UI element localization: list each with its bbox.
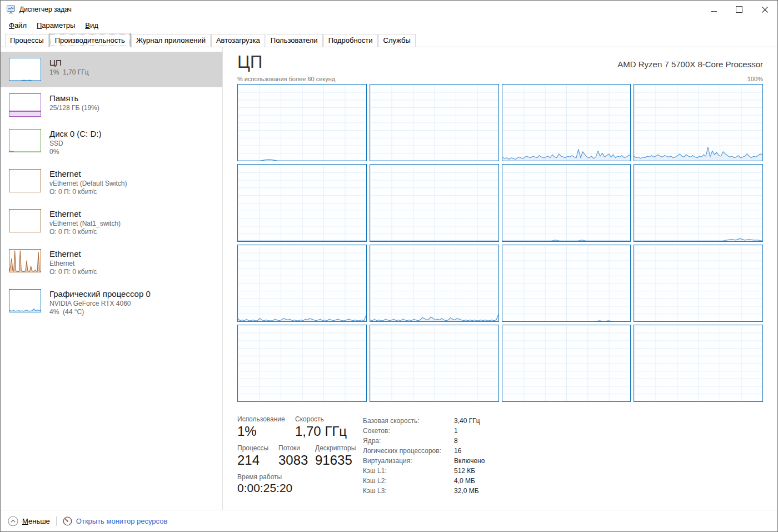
axis-label-left: % использования более 60 секунд	[237, 76, 335, 82]
sidebar-item-memory[interactable]: Память 25/128 ГБ (19%)	[1, 87, 222, 123]
tab-processes[interactable]: Процессы	[5, 34, 49, 47]
sidebar-item-title: Графический процессор 0	[49, 289, 151, 300]
window-title: Диспетчер задач	[19, 6, 72, 13]
content: ЦП 1% 1,70 ГГц Память 25/128 ГБ (19%) Ди…	[1, 47, 777, 510]
sockets-label: Сокетов:	[363, 427, 453, 435]
sidebar-item-stats: vEthernet (Default Switch)	[49, 180, 127, 188]
l3-cache-value: 32,0 МБ	[454, 487, 485, 495]
sidebar-item-disk0[interactable]: Диск 0 (C: D:) SSD 0%	[1, 123, 222, 163]
sidebar-item-stats2: О: 0 П: 0 кбит/с	[49, 268, 97, 277]
window-controls	[701, 1, 777, 18]
sidebar-item-gpu0[interactable]: Графический процессор 0 NVIDIA GeForce R…	[1, 283, 222, 323]
minimize-icon	[711, 11, 717, 12]
base-speed-label: Базовая скорость:	[363, 417, 453, 425]
cpu-core-graph-4[interactable]	[237, 164, 367, 241]
tab-startup[interactable]: Автозагрузка	[211, 34, 265, 47]
speed-value: 1,70 ГГц	[295, 424, 347, 439]
cpu-stats-static: Базовая скорость:3,40 ГГц Сокетов:1 Ядра…	[363, 415, 485, 500]
footer-separator	[56, 516, 57, 526]
cpu-core-graph-1[interactable]	[370, 84, 499, 161]
cpu-core-graph-8[interactable]	[237, 245, 367, 322]
sockets-value: 1	[454, 427, 485, 435]
processes-value: 214	[237, 453, 278, 468]
memory-thumbnail	[9, 93, 41, 117]
sidebar-item-stats: 25/128 ГБ (19%)	[49, 104, 99, 113]
sidebar-item-stats: Ethernet	[49, 260, 97, 269]
cpu-core-graph-2[interactable]	[502, 84, 631, 161]
handles-label: Дескрипторы	[315, 444, 356, 452]
cpu-stats-dynamic: Использование 1% Скорость 1,70 ГГц Проце…	[237, 415, 363, 500]
virtualization-value: Включено	[454, 457, 485, 465]
cpu-thumbnail	[9, 58, 41, 81]
sidebar-item-stats: 1% 1,70 ГГц	[49, 68, 89, 77]
handles-value: 91635	[315, 453, 356, 468]
logical-processors-label: Логических процессоров:	[363, 447, 453, 455]
usage-label: Использование	[237, 415, 295, 423]
ethernet-thumbnail	[9, 169, 41, 192]
resource-monitor-icon	[63, 516, 72, 526]
minimize-button[interactable]	[701, 1, 726, 18]
tab-app-history[interactable]: Журнал приложений	[131, 34, 211, 47]
sidebar-item-ethernet[interactable]: Ethernet Ethernet О: 0 П: 0 кбит/с	[1, 243, 222, 283]
virtualization-label: Виртуализация:	[363, 457, 453, 465]
sidebar-item-stats: vEthernet (Nat1_switch)	[49, 220, 121, 228]
threads-value: 3083	[278, 453, 315, 468]
open-resource-monitor-link[interactable]: Открыть монитор ресурсов	[63, 516, 167, 526]
cpu-core-graph-7[interactable]	[634, 164, 763, 241]
sidebar-item-stats2: 4% (44 °C)	[49, 308, 151, 317]
close-icon	[762, 7, 768, 13]
app-icon	[6, 5, 16, 14]
sidebar-item-title: Диск 0 (C: D:)	[49, 129, 101, 140]
menu-file[interactable]: Файл	[4, 19, 32, 31]
logical-processors-grid	[237, 84, 763, 402]
sidebar-item-ethernet-nat1-switch[interactable]: Ethernet vEthernet (Nat1_switch) О: 0 П:…	[1, 203, 222, 243]
axis-label-right: 100%	[747, 76, 763, 82]
tab-performance[interactable]: Производительность	[49, 33, 131, 47]
sidebar-item-cpu[interactable]: ЦП 1% 1,70 ГГц	[1, 52, 222, 87]
maximize-button[interactable]	[726, 1, 752, 18]
sidebar-item-title: Ethernet	[49, 169, 127, 180]
cpu-core-graph-6[interactable]	[502, 164, 631, 241]
speed-label: Скорость	[295, 415, 347, 423]
ethernet-thumbnail	[9, 249, 41, 272]
cpu-core-graph-15[interactable]	[634, 325, 763, 402]
cpu-core-graph-13[interactable]	[370, 325, 499, 402]
sidebar-item-ethernet-default-switch[interactable]: Ethernet vEthernet (Default Switch) О: 0…	[1, 163, 222, 203]
cpu-detail-pane: ЦП AMD Ryzen 7 5700X 8-Core Processor % …	[223, 47, 777, 510]
task-manager-window: Диспетчер задач Файл Параметры Вид Проце…	[0, 0, 778, 532]
cpu-core-graph-11[interactable]	[634, 245, 763, 322]
tab-services[interactable]: Службы	[378, 34, 416, 47]
axis-labels: % использования более 60 секунд 100%	[237, 76, 763, 82]
l1-cache-value: 512 КБ	[454, 467, 485, 475]
cpu-core-graph-9[interactable]	[370, 245, 499, 322]
cpu-core-graph-14[interactable]	[502, 325, 631, 402]
performance-sidebar: ЦП 1% 1,70 ГГц Память 25/128 ГБ (19%) Ди…	[1, 47, 223, 510]
footer: Меньше Открыть монитор ресурсов	[1, 510, 777, 531]
menu-view[interactable]: Вид	[80, 19, 103, 31]
l2-cache-label: Кэш L2:	[363, 477, 453, 485]
logical-processors-value: 16	[454, 447, 485, 455]
usage-value: 1%	[237, 424, 295, 439]
cpu-core-graph-12[interactable]	[237, 325, 367, 402]
cpu-core-graph-5[interactable]	[370, 164, 499, 241]
cpu-core-graph-0[interactable]	[237, 84, 367, 161]
cpu-core-graph-3[interactable]	[634, 84, 763, 161]
memory-used-band	[9, 111, 41, 116]
cpu-core-graph-10[interactable]	[502, 245, 631, 322]
titlebar: Диспетчер задач	[1, 1, 777, 18]
fewer-details-button[interactable]: Меньше	[8, 516, 50, 526]
sidebar-item-title: Ethernet	[49, 249, 97, 260]
close-button[interactable]	[752, 1, 777, 18]
cores-value: 8	[454, 437, 485, 445]
tab-users[interactable]: Пользователи	[266, 34, 323, 47]
sidebar-item-stats: SSD	[49, 140, 101, 148]
uptime-label: Время работы	[237, 473, 292, 481]
processes-label: Процессы	[237, 444, 278, 452]
cpu-stats: Использование 1% Скорость 1,70 ГГц Проце…	[237, 415, 763, 500]
threads-label: Потоки	[278, 444, 315, 452]
menu-options[interactable]: Параметры	[32, 19, 80, 31]
tab-details[interactable]: Подробности	[323, 34, 378, 47]
sidebar-item-stats2: О: 0 П: 0 кбит/с	[49, 188, 127, 197]
cpu-header: ЦП AMD Ryzen 7 5700X 8-Core Processor	[237, 53, 763, 72]
sidebar-item-stats2: О: 0 П: 0 кбит/с	[49, 228, 121, 237]
